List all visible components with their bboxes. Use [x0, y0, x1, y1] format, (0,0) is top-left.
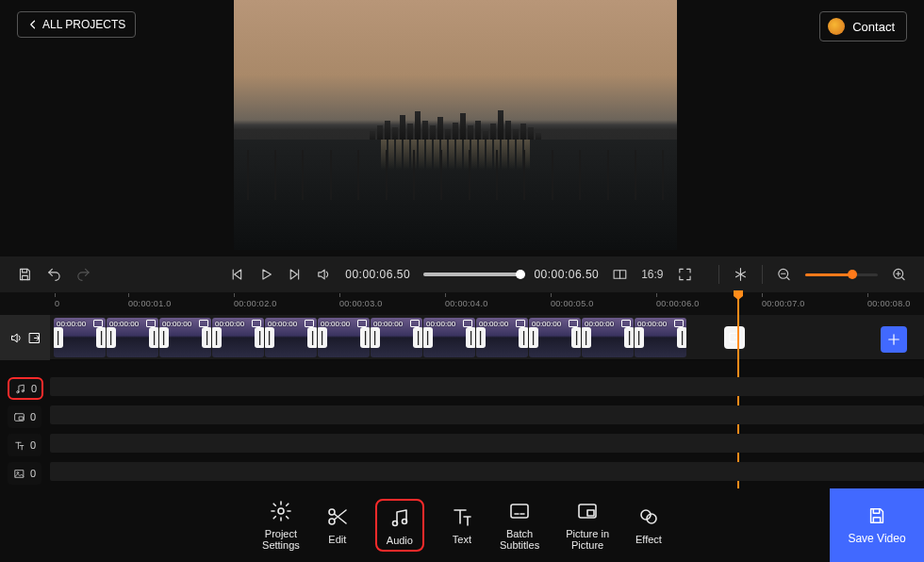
clip[interactable]: 00:00:00|| [582, 318, 634, 357]
clip-handle[interactable]: | [635, 327, 644, 348]
clip[interactable]: 00:00:00|| [635, 318, 686, 357]
music-icon [14, 383, 26, 395]
clip-handle[interactable]: | [318, 327, 327, 348]
clip-handle[interactable]: | [624, 327, 634, 348]
contact-button[interactable]: Contact [819, 11, 907, 41]
ruler-tick: 00:00:05.0 [551, 299, 656, 308]
pip-track[interactable]: 0 [0, 405, 924, 428]
all-projects-label: ALL PROJECTS [42, 18, 125, 31]
time-current: 00:00:06.50 [345, 268, 410, 281]
save-icon[interactable] [17, 266, 33, 283]
video-track-head[interactable] [0, 315, 50, 360]
clip-handle[interactable]: | [202, 327, 211, 348]
audio-button[interactable]: Audio [375, 499, 424, 552]
edit-button[interactable]: Edit [326, 505, 349, 545]
clip[interactable]: 00:00:00|| [212, 318, 264, 357]
clip-handle[interactable]: | [423, 327, 433, 348]
aspect-icon[interactable] [612, 266, 628, 283]
snap-icon[interactable] [733, 266, 749, 283]
volume-icon[interactable] [316, 266, 332, 283]
save-icon [866, 505, 887, 526]
clip[interactable]: 00:00:00|| [159, 318, 211, 357]
skip-forward-icon[interactable] [287, 266, 303, 283]
scissors-icon [326, 505, 349, 528]
clip[interactable]: 00:00:00|| [265, 318, 317, 357]
clip-handle[interactable]: | [677, 327, 686, 348]
project-settings-button[interactable]: Project Settings [262, 500, 300, 551]
zoom-in-icon[interactable] [891, 266, 907, 283]
skip-back-icon[interactable] [229, 266, 245, 283]
svg-point-14 [392, 521, 397, 525]
text-track[interactable]: 0 [0, 434, 924, 456]
clip-handle[interactable]: | [582, 327, 591, 348]
clip-handle[interactable]: | [529, 327, 538, 348]
clip-handle[interactable]: | [54, 327, 63, 348]
all-projects-button[interactable]: ALL PROJECTS [17, 11, 136, 38]
effect-track-label[interactable]: 0 [8, 462, 41, 485]
svg-point-15 [402, 519, 406, 523]
clip-handle[interactable]: | [476, 327, 486, 348]
save-video-button[interactable]: Save Video [830, 488, 924, 562]
svg-point-6 [22, 389, 24, 391]
clip[interactable]: 00:00:00|| [529, 318, 581, 357]
ruler-tick: 00:00:08.0 [867, 299, 911, 308]
aspect-ratio-label: 16:9 [641, 268, 663, 281]
progress-bar[interactable] [423, 273, 520, 276]
clip-handle[interactable]: | [360, 327, 370, 348]
chevron-left-icon [27, 19, 39, 30]
batch-subtitles-button[interactable]: Batch Subtitles [500, 500, 539, 551]
volume-icon [9, 331, 24, 345]
time-total: 00:00:06.50 [534, 268, 599, 281]
clip-handle[interactable]: | [255, 327, 264, 348]
fullscreen-icon[interactable] [677, 266, 693, 283]
transition-chip[interactable] [724, 326, 745, 349]
zoom-slider[interactable] [805, 273, 878, 276]
effect-button[interactable]: Effect [635, 505, 662, 545]
pip-track-label[interactable]: 0 [8, 405, 41, 428]
zoom-out-icon[interactable] [776, 266, 792, 283]
ruler-tick: 00:00:04.0 [445, 299, 551, 308]
text-button[interactable]: Text [451, 505, 473, 545]
clip[interactable]: 00:00:00|| [54, 318, 106, 357]
video-track[interactable]: 00:00:00|| 00:00:00|| 00:00:00|| 00:00:0… [0, 315, 924, 360]
clip-handle[interactable]: | [413, 327, 422, 348]
pip-button[interactable]: Picture in Picture [566, 500, 609, 551]
clip-handle[interactable]: | [212, 327, 222, 348]
clip-handle[interactable]: | [265, 327, 274, 348]
clip-handle[interactable]: | [149, 327, 158, 348]
exit-icon [27, 331, 41, 345]
clip-handle[interactable]: | [571, 327, 581, 348]
pip-icon [576, 500, 599, 522]
clip-handle[interactable]: | [107, 327, 116, 348]
add-clip-button[interactable] [881, 326, 907, 353]
svg-point-10 [17, 471, 19, 473]
svg-point-5 [17, 390, 19, 392]
svg-rect-8 [20, 416, 24, 419]
contact-label: Contact [852, 20, 895, 34]
clip-handle[interactable]: | [466, 327, 475, 348]
clip[interactable]: 00:00:00|| [423, 318, 475, 357]
text-track-label[interactable]: 0 [8, 434, 41, 456]
svg-point-11 [278, 508, 284, 514]
clip-handle[interactable]: | [307, 327, 317, 348]
clip-handle[interactable]: | [159, 327, 169, 348]
timeline-ruler[interactable]: 0 00:00:01.0 00:00:02.0 00:00:03.0 00:00… [0, 292, 924, 315]
ruler-tick: 00:00:06.0 [656, 299, 762, 308]
preview-canvas [234, 0, 677, 250]
audio-track-label[interactable]: 0 [8, 377, 43, 400]
clip-handle[interactable]: | [96, 327, 106, 348]
clip[interactable]: 00:00:00|| [476, 318, 528, 357]
play-icon[interactable] [258, 266, 274, 283]
clip[interactable]: 00:00:00|| [107, 318, 158, 357]
text-icon [451, 505, 473, 528]
clip[interactable]: 00:00:00|| [371, 318, 422, 357]
audio-track[interactable]: 0 [0, 377, 924, 400]
redo-icon[interactable] [75, 266, 91, 283]
clip-handle[interactable]: | [519, 327, 528, 348]
clip-handle[interactable]: | [371, 327, 380, 348]
undo-icon[interactable] [46, 266, 62, 283]
ruler-tick: 0 [55, 299, 128, 308]
tool-bar: Project Settings Edit Audio Text Batch S… [0, 488, 924, 562]
clip[interactable]: 00:00:00|| [318, 318, 370, 357]
effect-track[interactable]: 0 [0, 462, 924, 485]
